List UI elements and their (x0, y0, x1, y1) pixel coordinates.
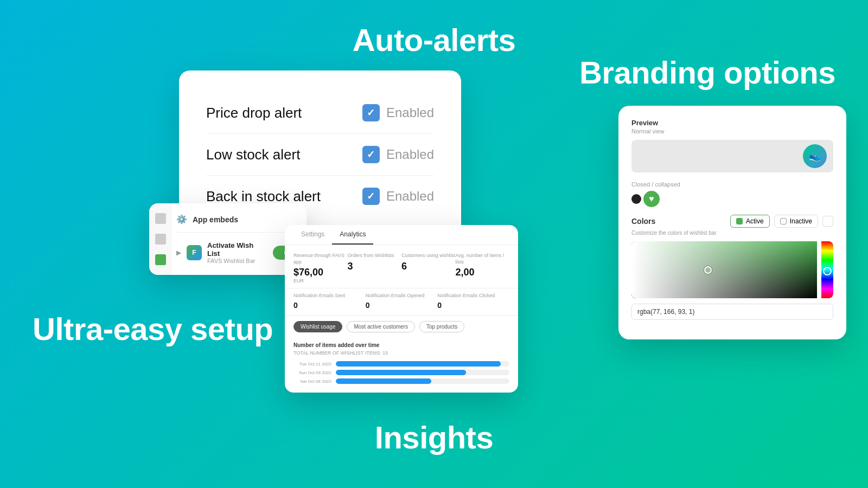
stat-revenue-sub: EUR (293, 278, 348, 284)
chart-title: Number of items added over time (293, 342, 509, 348)
sidebar-apps-icon (155, 254, 166, 265)
analytics-stats-row1: Revenue through FAVS app $76,00 EUR Orde… (285, 245, 518, 288)
embed-favicon: F (187, 245, 202, 260)
inactive-label: Inactive (790, 217, 812, 225)
colors-header: Colors Active Inactive (631, 215, 833, 228)
branding-label: Branding options (579, 54, 835, 91)
alert-status-price: Enabled (362, 104, 434, 121)
tab-analytics[interactable]: Analytics (332, 225, 373, 245)
tab-settings[interactable]: Settings (293, 225, 332, 245)
stat-emails-opened-label: Notification Emails Opened (366, 293, 438, 299)
embed-row: ▶ F Activate Wish List FAVS Wishlist Bar (176, 241, 297, 264)
auto-alerts-label: Auto-alerts (353, 22, 516, 58)
empty-toggle[interactable] (822, 216, 833, 227)
stat-emails-sent: Notification Emails Sent 0 (293, 293, 366, 310)
color-gradient (631, 241, 817, 298)
stat-emails-sent-value: 0 (293, 301, 366, 310)
filter-products[interactable]: Top products (419, 321, 464, 332)
stat-emails-opened-value: 0 (366, 301, 438, 310)
filter-customers[interactable]: Most active customers (347, 321, 414, 332)
preview-bar: 👟 (631, 140, 833, 172)
filter-tabs: Wishlist usage Most active customers Top… (285, 316, 518, 338)
color-picker-area[interactable] (631, 241, 833, 298)
alert-enabled-stock: Enabled (386, 147, 434, 162)
chart-date-1: Tue Oct 11 2022 (293, 362, 331, 367)
active-label: Active (746, 217, 764, 225)
embed-name: Activate Wish List (207, 241, 267, 258)
embed-info: Activate Wish List FAVS Wishlist Bar (207, 241, 267, 264)
colors-section: Colors Active Inactive Customize the col… (631, 215, 833, 320)
embeds-card: ⚙️ App embeds ▶ F Activate Wish List FAV… (149, 203, 307, 275)
sidebar-tool-icon (155, 234, 166, 245)
active-dot (736, 218, 743, 224)
analytics-stats-row2: Notification Emails Sent 0 Notification … (285, 288, 518, 316)
stat-avg-label: Avg. number of items / lists (456, 253, 510, 265)
chart-bar-wrap-3 (336, 378, 509, 384)
stat-emails-sent-label: Notification Emails Sent (293, 293, 366, 299)
heart-dot-icon (631, 194, 641, 204)
check-icon-backinstock[interactable] (362, 188, 380, 205)
embeds-title: App embeds (193, 215, 238, 224)
stat-revenue-label: Revenue through FAVS app (293, 253, 348, 265)
check-icon-stock[interactable] (362, 146, 380, 163)
alert-name-stock: Low stock alert (206, 146, 300, 163)
expand-arrow-icon[interactable]: ▶ (176, 249, 181, 256)
logo-circle: 👟 (803, 144, 827, 168)
sidebar-grid-icon (155, 213, 166, 224)
alert-row: Price drop alert Enabled (206, 92, 434, 134)
chart-bar-wrap-1 (336, 361, 509, 367)
setup-label: Ultra-easy setup (33, 311, 273, 347)
stat-customers-label: Customers using wishlist (401, 253, 456, 259)
chart-row-1: Tue Oct 11 2022 (293, 361, 509, 367)
hue-handle[interactable] (823, 267, 832, 275)
embeds-header: ⚙️ App embeds (176, 214, 297, 233)
stat-orders-label: Orders from Wishlists (348, 253, 402, 259)
collapsed-section: Closed / collapsed ♥ (631, 181, 833, 207)
alert-status-backinstock: Enabled (362, 188, 434, 205)
hue-bar[interactable] (821, 241, 833, 298)
analytics-card: Settings Analytics Revenue through FAVS … (285, 225, 518, 393)
chart-date-2: Sun Oct 09 2022 (293, 370, 331, 375)
chart-bar-fill-3 (336, 378, 431, 384)
stat-emails-clicked: Notification Emails Clicked 0 (437, 293, 509, 310)
alert-name-backinstock: Back in stock alert (206, 188, 321, 205)
inactive-toggle[interactable]: Inactive (774, 215, 818, 228)
color-value-input[interactable] (631, 304, 833, 320)
color-toggles: Active Inactive (730, 215, 833, 228)
chart-bar-fill-2 (336, 370, 466, 375)
stat-customers-value: 6 (401, 261, 456, 272)
chart-section: Number of items added over time TOTAL NU… (285, 338, 518, 393)
chart-bar-wrap-2 (336, 370, 509, 375)
check-icon-price[interactable] (362, 104, 380, 121)
preview-label: Preview (631, 119, 833, 127)
collapsed-heart-row: ♥ (631, 191, 833, 207)
stat-revenue-value: $76,00 (293, 267, 348, 278)
filter-wishlist[interactable]: Wishlist usage (293, 321, 342, 332)
alert-name-price: Price drop alert (206, 105, 302, 121)
stat-revenue: Revenue through FAVS app $76,00 EUR (293, 253, 348, 284)
preview-section: Preview Normal view 👟 (631, 119, 833, 172)
stat-emails-clicked-label: Notification Emails Clicked (437, 293, 509, 299)
insights-label: Insights (375, 419, 493, 455)
stat-orders: Orders from Wishlists 3 (348, 253, 402, 284)
alert-status-stock: Enabled (362, 146, 434, 163)
stat-emails-opened: Notification Emails Opened 0 (366, 293, 438, 310)
stat-avg-value: 2,00 (456, 267, 510, 278)
preview-sublabel: Normal view (631, 128, 833, 134)
chart-row-2: Sun Oct 09 2022 (293, 370, 509, 375)
active-toggle[interactable]: Active (730, 215, 770, 228)
colors-desc: Customize the colors of wishlist bar (631, 230, 833, 236)
stat-customers: Customers using wishlist 6 (401, 253, 456, 284)
color-picker-handle[interactable] (704, 266, 712, 274)
chart-row-3: Sat Oct 08 2022 (293, 378, 509, 384)
stat-orders-value: 3 (348, 261, 402, 272)
embed-sub: FAVS Wishlist Bar (207, 258, 267, 264)
embeds-sidebar (149, 203, 172, 275)
collapsed-label: Closed / collapsed (631, 181, 833, 188)
chart-subtitle: TOTAL NUMBER OF WISHLIST ITEMS: 15 (293, 350, 509, 356)
heart-icon: ♥ (643, 191, 660, 207)
analytics-tabs: Settings Analytics (285, 225, 518, 245)
alert-row: Low stock alert Enabled (206, 134, 434, 176)
chart-bar-fill-1 (336, 361, 501, 367)
stat-avg: Avg. number of items / lists 2,00 (456, 253, 510, 284)
